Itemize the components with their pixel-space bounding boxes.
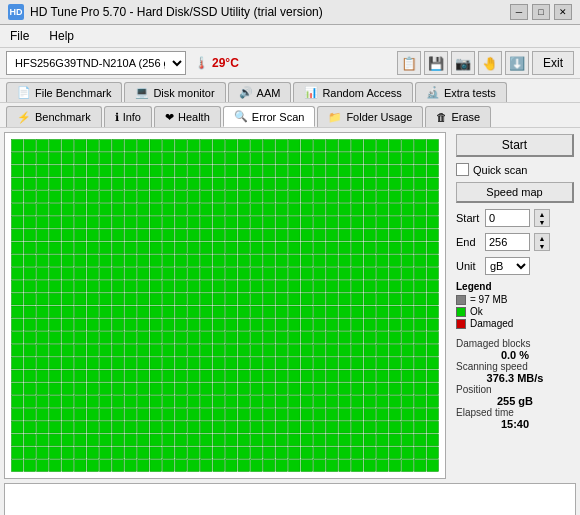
tab-icon-disk-monitor: 💻 [135,86,149,99]
menu-file[interactable]: File [4,27,35,45]
elapsed-time-value: 15:40 [456,418,574,430]
legend-color-damaged [456,319,466,329]
start-label: Start [456,212,481,224]
end-input[interactable] [485,233,530,251]
tab-benchmark[interactable]: ⚡Benchmark [6,106,102,127]
tab-icon-erase: 🗑 [436,111,447,123]
tab-icon-health: ❤ [165,111,174,124]
info-icon[interactable]: 🤚 [478,51,502,75]
main-content: Start Quick scan Speed map Start ▲ ▼ End… [0,128,580,483]
camera-icon[interactable]: 📷 [451,51,475,75]
speed-map-button[interactable]: Speed map [456,182,574,203]
stats-section: Damaged blocks 0.0 % Scanning speed 376.… [456,338,574,430]
quick-scan-label: Quick scan [473,164,527,176]
tab-icon-folder-usage: 📁 [328,111,342,124]
app-icon: HD [8,4,24,20]
tab-icon-error-scan: 🔍 [234,110,248,123]
end-spinner: ▲ ▼ [534,233,550,251]
end-range-row: End ▲ ▼ [456,233,574,251]
legend-title: Legend [456,281,574,292]
tabs-row-2: ⚡BenchmarkℹInfo❤Health🔍Error Scan📁Folder… [0,103,580,128]
position-label: Position [456,384,574,395]
menu-bar: File Help [0,25,580,48]
tab-icon-info: ℹ [115,111,119,124]
scan-grid-canvas [11,139,439,472]
start-input[interactable] [485,209,530,227]
legend-item-97mb: = 97 MB [456,294,574,305]
legend-text-97mb: = 97 MB [470,294,508,305]
toolbar-icons: 📋 💾 📷 🤚 ⬇️ Exit [397,51,574,75]
tab-error-scan[interactable]: 🔍Error Scan [223,106,316,127]
scanning-speed-value: 376.3 MB/s [456,372,574,384]
tab-icon-aam: 🔊 [239,86,253,99]
tab-icon-benchmark: ⚡ [17,111,31,124]
legend-color-ok [456,307,466,317]
quick-scan-checkbox[interactable] [456,163,469,176]
temperature-value: 29°C [212,56,239,70]
legend-color-97mb [456,295,466,305]
save-icon[interactable]: 💾 [424,51,448,75]
legend-text-ok: Ok [470,306,483,317]
tab-disk-monitor[interactable]: 💻Disk monitor [124,82,225,102]
bottom-status-bar [4,483,576,515]
title-bar: HD HD Tune Pro 5.70 - Hard Disk/SSD Util… [0,0,580,25]
scan-grid-area [4,132,446,479]
scanning-speed-label: Scanning speed [456,361,574,372]
end-spin-down[interactable]: ▼ [535,242,549,250]
drive-select[interactable]: HFS256G39TND-N210A (256 gB) [6,51,186,75]
tab-icon-file-benchmark: 📄 [17,86,31,99]
elapsed-time-label: Elapsed time [456,407,574,418]
start-spin-up[interactable]: ▲ [535,210,549,218]
start-spin-down[interactable]: ▼ [535,218,549,226]
start-range-row: Start ▲ ▼ [456,209,574,227]
end-spin-up[interactable]: ▲ [535,234,549,242]
thermometer-icon: 🌡️ [194,56,209,70]
legend-item-ok: Ok [456,306,574,317]
minimize-button[interactable]: ─ [510,4,528,20]
legend-item-damaged: Damaged [456,318,574,329]
unit-select[interactable]: gB MB kB [485,257,530,275]
damaged-blocks-label: Damaged blocks [456,338,574,349]
tabs-row-1: 📄File Benchmark💻Disk monitor🔊AAM📊Random … [0,79,580,103]
start-button[interactable]: Start [456,134,574,157]
tab-file-benchmark[interactable]: 📄File Benchmark [6,82,122,102]
tab-random-access[interactable]: 📊Random Access [293,82,412,102]
toolbar: HFS256G39TND-N210A (256 gB) 🌡️ 29°C 📋 💾 … [0,48,580,79]
legend-section: Legend = 97 MB Ok Damaged [456,281,574,330]
unit-label: Unit [456,260,481,272]
window-title: HD Tune Pro 5.70 - Hard Disk/SSD Utility… [30,5,323,19]
menu-help[interactable]: Help [43,27,80,45]
title-bar-left: HD HD Tune Pro 5.70 - Hard Disk/SSD Util… [8,4,323,20]
maximize-button[interactable]: □ [532,4,550,20]
temperature-indicator: 🌡️ 29°C [194,56,239,70]
copy-icon[interactable]: 📋 [397,51,421,75]
start-spinner: ▲ ▼ [534,209,550,227]
right-panel: Start Quick scan Speed map Start ▲ ▼ End… [450,128,580,483]
tab-erase[interactable]: 🗑Erase [425,106,491,127]
damaged-blocks-value: 0.0 % [456,349,574,361]
tab-folder-usage[interactable]: 📁Folder Usage [317,106,423,127]
tab-health[interactable]: ❤Health [154,106,221,127]
unit-row: Unit gB MB kB [456,257,574,275]
tab-icon-extra-tests: 🔬 [426,86,440,99]
quick-scan-row: Quick scan [456,163,574,176]
tab-extra-tests[interactable]: 🔬Extra tests [415,82,507,102]
close-button[interactable]: ✕ [554,4,572,20]
tab-aam[interactable]: 🔊AAM [228,82,292,102]
title-bar-controls: ─ □ ✕ [510,4,572,20]
legend-text-damaged: Damaged [470,318,513,329]
tab-info[interactable]: ℹInfo [104,106,152,127]
position-value: 255 gB [456,395,574,407]
end-label: End [456,236,481,248]
exit-button[interactable]: Exit [532,51,574,75]
tab-icon-random-access: 📊 [304,86,318,99]
download-icon[interactable]: ⬇️ [505,51,529,75]
